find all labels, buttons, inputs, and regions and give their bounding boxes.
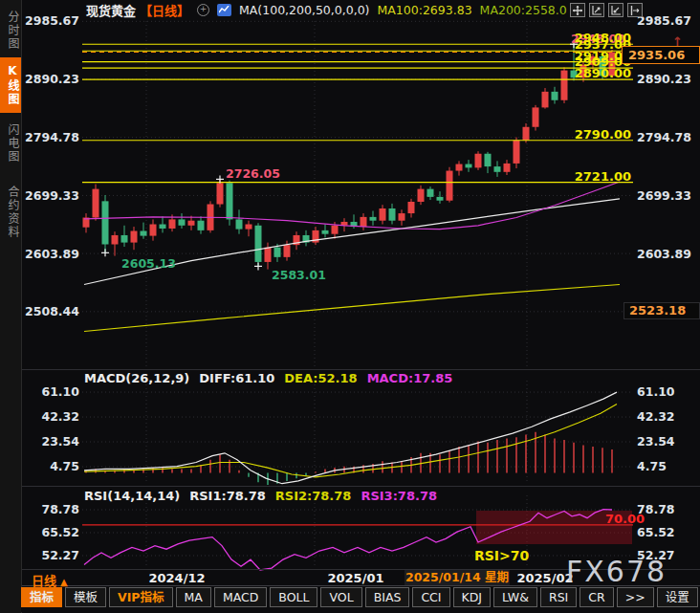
rsi-axis-label: 65.52 [24, 526, 79, 538]
candle-body [561, 71, 568, 100]
price-up-arrow-icon: ↑ [672, 34, 683, 49]
shift-right-button[interactable] [627, 3, 643, 17]
candle-body [332, 226, 339, 234]
price-axis-label: 2985.67 [637, 14, 698, 27]
current-price-box: 2935.06 [622, 46, 700, 64]
macd-axis-label: 4.75 [24, 460, 79, 472]
ma-settings-label: MA(100,200,50,0,0,0) [239, 3, 369, 17]
toolbar-button-cci[interactable]: CCI [412, 587, 449, 607]
price-axis-label: 2794.78 [637, 131, 698, 143]
candle-body [456, 164, 463, 171]
sidebar-item-timeshare[interactable]: 分时图 [0, 5, 21, 56]
candle-body [542, 92, 549, 108]
date-axis-label: 2025/01 [324, 571, 387, 585]
macd-header: MACD(26,12,9) DIFF:61.10 DEA:52.18 MACD:… [84, 371, 452, 385]
toolbar-button-cr[interactable]: CR [580, 587, 613, 607]
candle-body [514, 141, 520, 164]
macd-title: MACD(26,12,9) [84, 371, 189, 385]
macd-axis-label: 61.10 [637, 385, 698, 398]
candle-body [179, 219, 186, 225]
rsi-header: RSI(14,14,14) RSI1:78.78 RSI2:78.78 RSI3… [84, 489, 437, 503]
candle-body [580, 65, 587, 77]
toolbar-button-lw[interactable]: LW& [493, 587, 537, 607]
candle-body [437, 197, 444, 201]
price-axis-label: 2508.44 [24, 305, 79, 317]
toolbar-button-kdj[interactable]: KDJ [453, 587, 492, 607]
candle-body [523, 127, 530, 141]
candle-body [475, 154, 482, 168]
toolbar-button-vol[interactable]: VOL [320, 587, 361, 607]
pan-crosshair-button[interactable] [570, 3, 585, 17]
macd-axis-label: 23.54 [24, 435, 79, 448]
candle-body [399, 213, 405, 221]
add-compare-icon[interactable] [197, 4, 209, 16]
candle-body [466, 164, 472, 168]
date-axis-label: 2024/12 [145, 571, 208, 585]
zoom-axis-out-button[interactable] [608, 3, 623, 17]
sidebar-item-lightning[interactable]: 闪电图 [0, 118, 21, 169]
dea-line [84, 404, 617, 476]
toolbar-button-settings[interactable]: 设置 [657, 587, 698, 607]
candle-body [160, 225, 166, 229]
macd-axis-label: 23.54 [637, 435, 698, 448]
candle-body [504, 164, 511, 172]
ma100-value: MA100:2693.83 [377, 3, 471, 17]
candle-body [141, 231, 147, 236]
sidebar: 分时图 K线图 闪电图 合约资料 [0, 0, 22, 613]
sidebar-item-kline[interactable]: K线图 [0, 57, 21, 113]
toolbar-button-ma[interactable]: MA [176, 587, 211, 607]
price-axis-label: 2794.78 [24, 131, 79, 143]
candle-body [389, 208, 396, 221]
ma-line-ma100 [84, 199, 620, 285]
rsi-annotation: RSI>70 [474, 548, 529, 563]
candle-body [408, 202, 415, 213]
toolbar-button-template[interactable]: 模板 [65, 587, 106, 607]
zoom-axis-in-button[interactable] [589, 3, 604, 17]
candle-body [533, 107, 539, 126]
candle-body [198, 221, 205, 230]
price-axis-label: 2890.23 [637, 73, 698, 85]
toolbar-button-rsi[interactable]: RSI [540, 587, 577, 607]
candle-body [552, 92, 558, 100]
chart-canvas[interactable] [0, 0, 700, 613]
overbought-level-label: 70.00 [605, 512, 645, 526]
toolbar-button-more[interactable]: >> [617, 587, 654, 607]
toolbar-button-bias[interactable]: BIAS [365, 587, 410, 607]
candle-body [370, 217, 377, 221]
price-axis-label: 2699.33 [24, 189, 79, 202]
candle-body [102, 201, 109, 244]
rsi2-value: RSI2:78.78 [275, 489, 352, 503]
chart-type-icon[interactable] [217, 4, 231, 16]
candle-body [447, 171, 453, 201]
highlighted-date-label: 2025/01/14 星期二 [405, 570, 510, 585]
candle-body [255, 226, 262, 262]
rsi-axis-label: 65.52 [637, 526, 698, 538]
symbol-title: 现货黄金 [86, 1, 136, 19]
candle-body [121, 235, 128, 243]
price-axis-label: 2985.67 [24, 14, 79, 27]
indicator-toolbar: 指标 模板 VIP指标 MA MACD BOLL VOL BIAS CCI KD… [21, 587, 700, 612]
candle-body [150, 225, 157, 236]
candle-body [571, 71, 578, 78]
candle-body [227, 183, 233, 219]
sidebar-item-contract-info[interactable]: 合约资料 [0, 173, 21, 252]
macd-diff-value: DIFF:61.10 [199, 371, 274, 385]
candle-body [600, 56, 606, 76]
candle-body [380, 208, 386, 221]
toolbar-button-vip-indicator[interactable]: VIP指标 [109, 587, 173, 607]
toolbar-button-macd[interactable]: MACD [214, 587, 267, 607]
candle-body [246, 225, 252, 230]
price-alert-box: 2523.18 [623, 302, 700, 319]
panel-divider [21, 369, 700, 370]
rsi-title: RSI(14,14,14) [84, 489, 180, 503]
trading-app: 2948.002937.002919.002909.002890.002790.… [0, 0, 700, 613]
macd-axis-label: 42.32 [637, 410, 698, 423]
candle-body [361, 217, 367, 227]
candle-body [427, 189, 434, 197]
rsi3-value: RSI3:78.78 [361, 489, 437, 503]
candle-body [112, 235, 119, 245]
toolbar-button-boll[interactable]: BOLL [270, 587, 317, 607]
panel-divider [21, 486, 700, 487]
candle-body [274, 248, 281, 257]
toolbar-button-indicator[interactable]: 指标 [21, 587, 62, 607]
